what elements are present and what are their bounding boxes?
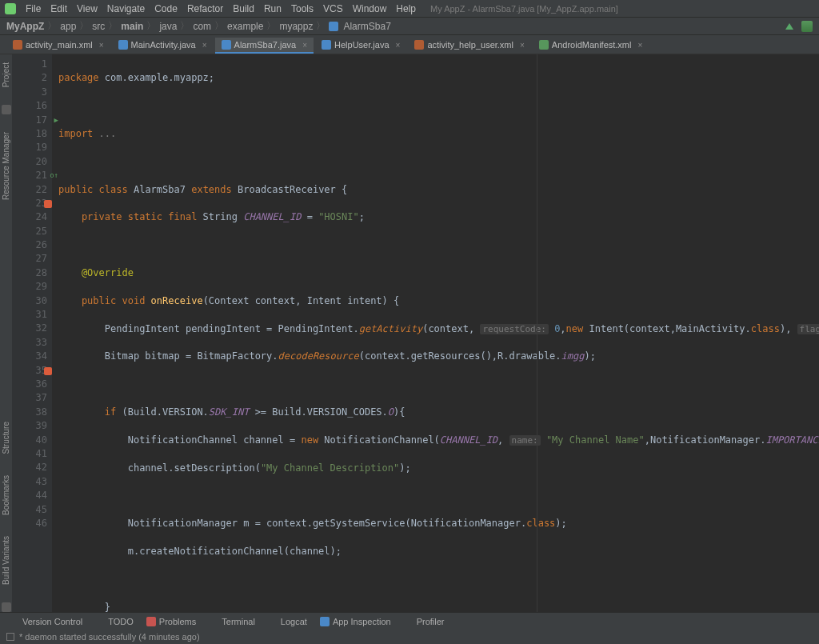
close-icon[interactable]: × — [637, 41, 642, 50]
breadcrumb[interactable]: MyAppZ〉 app〉 src〉 main〉 java〉 com〉 examp… — [6, 19, 391, 33]
line-number[interactable]: 19 — [12, 141, 47, 154]
tool-logcat[interactable]: Logcat — [268, 617, 307, 626]
crumb-java[interactable]: java — [159, 21, 177, 32]
menu-view[interactable]: View — [72, 3, 102, 14]
tab-mainactivity[interactable]: MainActivity.java× — [112, 38, 214, 54]
tab-activity-main[interactable]: activity_main.xml× — [6, 38, 110, 54]
menu-tools[interactable]: Tools — [286, 3, 318, 14]
menu-help[interactable]: Help — [391, 3, 421, 14]
line-number[interactable]: 26 — [12, 238, 47, 252]
line-number[interactable]: 16 — [12, 99, 47, 113]
folder-icon[interactable] — [2, 105, 11, 114]
crumb-class[interactable]: AlarmSba7 — [343, 21, 390, 32]
run-gutter-icon[interactable]: ▶ — [54, 114, 58, 127]
tool-terminal[interactable]: Terminal — [209, 617, 255, 626]
menu-file[interactable]: File — [21, 3, 46, 14]
close-icon[interactable]: × — [202, 41, 207, 50]
line-number[interactable]: 46 — [12, 517, 47, 530]
crumb-example[interactable]: example — [227, 21, 263, 32]
run-icon[interactable] — [785, 23, 793, 30]
tool-todo[interactable]: TODO — [95, 617, 134, 626]
breakpoint-icon[interactable] — [44, 367, 52, 375]
status-icon[interactable] — [6, 633, 14, 641]
android-icon[interactable] — [801, 21, 813, 32]
line-number[interactable]: 37 — [12, 391, 47, 405]
close-icon[interactable]: × — [520, 41, 525, 50]
code-editor[interactable]: 1 2 3 16 17▶ 18 19 20 21o↑ 22 23 24 25 2… — [12, 54, 819, 612]
line-number[interactable]: 30 — [12, 294, 47, 308]
tab-alarmsba7[interactable]: AlarmSba7.java× — [215, 38, 314, 54]
line-number[interactable]: 22 — [12, 183, 47, 197]
menu-run[interactable]: Run — [259, 3, 286, 14]
line-number[interactable]: 38 — [12, 406, 47, 419]
xml-icon — [414, 40, 424, 50]
bottom-tool-panel: Version Control TODO Problems Terminal L… — [0, 612, 819, 630]
line-number[interactable]: 29 — [12, 280, 47, 294]
menu-build[interactable]: Build — [228, 3, 259, 14]
line-number[interactable]: 42 — [12, 461, 47, 474]
tool-version-control[interactable]: Version Control — [10, 617, 82, 626]
line-number[interactable]: 20 — [12, 155, 47, 169]
rail-project[interactable]: Project — [0, 59, 12, 90]
line-number[interactable]: 39 — [12, 419, 47, 433]
close-icon[interactable]: × — [302, 41, 307, 50]
line-number[interactable]: 24 — [12, 210, 47, 224]
menu-code[interactable]: Code — [150, 3, 182, 14]
line-number[interactable]: 44 — [12, 489, 47, 502]
menu-edit[interactable]: Edit — [46, 3, 72, 14]
rail-bookmarks[interactable]: Bookmarks — [0, 472, 12, 518]
line-number[interactable]: 25 — [12, 225, 47, 238]
line-number[interactable]: 34 — [12, 350, 47, 363]
variant-icon[interactable] — [2, 602, 11, 612]
inspection-icon — [320, 617, 330, 626]
line-number[interactable]: 1 — [12, 58, 47, 71]
line-number[interactable]: 18 — [12, 127, 47, 141]
tab-manifest[interactable]: AndroidManifest.xml× — [533, 38, 649, 54]
crumb-main[interactable]: main — [121, 21, 143, 32]
line-number[interactable]: 32 — [12, 322, 47, 335]
rail-resource-manager[interactable]: Resource Manager — [0, 129, 12, 203]
line-number[interactable]: 3 — [12, 86, 47, 99]
crumb-src[interactable]: src — [92, 21, 105, 32]
tool-app-inspection[interactable]: App Inspection — [320, 617, 391, 626]
line-number[interactable]: 41 — [12, 447, 47, 461]
line-number[interactable]: 17▶ — [12, 114, 47, 127]
line-number[interactable]: 21o↑ — [12, 169, 47, 182]
tab-label: AlarmSba7.java — [234, 40, 297, 50]
menu-navigate[interactable]: Navigate — [102, 3, 150, 14]
java-icon — [322, 40, 331, 50]
crumb-project[interactable]: MyAppZ — [6, 21, 44, 32]
code-pane[interactable]: package com.example.myappz; import ... p… — [52, 54, 819, 612]
status-bar: * daemon started successfully (4 minutes… — [0, 630, 819, 644]
close-icon[interactable]: × — [99, 41, 104, 50]
line-number[interactable]: 43 — [12, 475, 47, 489]
profiler-icon — [404, 617, 413, 626]
tool-profiler[interactable]: Profiler — [404, 617, 445, 626]
override-gutter-icon[interactable]: o↑ — [50, 169, 58, 182]
line-number[interactable]: 40 — [12, 434, 47, 447]
rail-structure[interactable]: Structure — [0, 418, 12, 458]
menu-refactor[interactable]: Refactor — [182, 3, 228, 14]
tab-helpuser[interactable]: HelpUser.java× — [315, 38, 406, 54]
breakpoint-icon[interactable] — [44, 200, 52, 208]
menu-vcs[interactable]: VCS — [318, 3, 348, 14]
line-number[interactable]: 45 — [12, 503, 47, 517]
line-number[interactable]: 36 — [12, 378, 47, 391]
tool-problems[interactable]: Problems — [146, 617, 196, 626]
line-number[interactable]: 27 — [12, 252, 47, 266]
tab-help-user-xml[interactable]: activity_help_user.xml× — [408, 38, 530, 54]
crumb-myappz[interactable]: myappz — [279, 21, 313, 32]
line-number[interactable]: 28 — [12, 266, 47, 280]
line-number[interactable]: 35 — [12, 364, 47, 378]
crumb-com[interactable]: com — [193, 21, 211, 32]
line-number[interactable]: 2 — [12, 71, 47, 85]
line-number[interactable]: 31 — [12, 308, 47, 322]
line-number[interactable]: 23 — [12, 197, 47, 210]
rail-build-variants[interactable]: Build Variants — [0, 533, 12, 588]
close-icon[interactable]: × — [396, 41, 401, 50]
crumb-app[interactable]: app — [60, 21, 76, 32]
gutter[interactable]: 1 2 3 16 17▶ 18 19 20 21o↑ 22 23 24 25 2… — [12, 54, 52, 612]
tool-label: Logcat — [281, 617, 307, 626]
line-number[interactable]: 33 — [12, 336, 47, 350]
menu-window[interactable]: Window — [348, 3, 392, 14]
